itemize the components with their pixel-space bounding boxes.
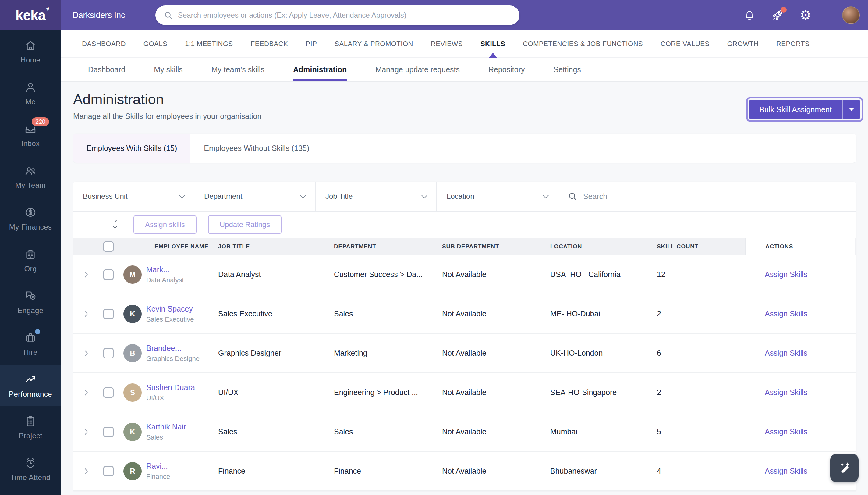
assign-skills-link[interactable]: Assign Skills <box>745 309 855 318</box>
tab-skills[interactable]: SKILLS <box>472 30 514 57</box>
notifications-bell-icon[interactable] <box>743 8 756 22</box>
tab-feedback[interactable]: FEEDBACK <box>242 30 297 57</box>
assign-skills-link[interactable]: Assign Skills <box>745 349 855 358</box>
sidebar-item-me[interactable]: Me <box>0 72 61 114</box>
cell-sub-department: Not Available <box>440 427 548 436</box>
sidebar-item-project[interactable]: Project <box>0 406 61 448</box>
alarm-clock-icon <box>24 456 37 470</box>
magic-wand-fab[interactable] <box>830 454 858 482</box>
location-filter[interactable]: Location <box>437 182 558 211</box>
subtab-manage-update-requests[interactable]: Manage update requests <box>361 57 474 81</box>
update-ratings-button[interactable]: Update Ratings <box>208 215 282 234</box>
employee-name-link[interactable]: Mark... <box>146 265 184 274</box>
subtab-repository[interactable]: Repository <box>474 57 539 81</box>
tab-employees-with-skills[interactable]: Employees With Skills (15) <box>73 134 191 163</box>
global-search-bar[interactable] <box>155 5 519 25</box>
tab-reviews[interactable]: REVIEWS <box>422 30 472 57</box>
tab-competencies-job-functions[interactable]: COMPETENCIES & JOB FUNCTIONS <box>514 30 652 57</box>
cell-sub-department: Not Available <box>440 309 548 318</box>
table-search[interactable] <box>558 182 856 211</box>
select-all-checkbox[interactable] <box>103 241 114 252</box>
subtab-my-teams-skills[interactable]: My team's skills <box>197 57 279 81</box>
bulk-skill-assignment-button[interactable]: Bulk Skill Assignment <box>749 100 842 119</box>
subtab-my-skills[interactable]: My skills <box>140 57 197 81</box>
sidebar-item-hire[interactable]: Hire <box>0 323 61 364</box>
tab-goals[interactable]: GOALS <box>135 30 176 57</box>
row-expand-chevron-icon[interactable] <box>82 349 91 358</box>
engage-chat-icon <box>24 289 37 303</box>
employee-name-link[interactable]: Brandee... <box>146 344 199 353</box>
hire-briefcase-icon <box>24 331 37 344</box>
row-expand-chevron-icon[interactable] <box>82 309 91 319</box>
assign-skills-button[interactable]: Assign skills <box>134 215 196 234</box>
assign-skills-link[interactable]: Assign Skills <box>745 427 855 436</box>
header-job-title: JOB TITLE <box>216 243 332 250</box>
main-column: DASHBOARD GOALS 1:1 MEETINGS FEEDBACK PI… <box>61 31 868 495</box>
header-employee-name: EMPLOYEE NAME <box>117 243 216 250</box>
row-expand-chevron-icon[interactable] <box>82 427 91 437</box>
employee-skill-tabs: Employees With Skills (15) Employees Wit… <box>73 134 856 163</box>
row-checkbox[interactable] <box>103 309 114 319</box>
subtab-dashboard[interactable]: Dashboard <box>74 57 140 81</box>
assign-skills-link[interactable]: Assign Skills <box>745 270 855 279</box>
job-title-filter[interactable]: Job Title <box>316 182 437 211</box>
row-checkbox[interactable] <box>103 348 114 358</box>
row-checkbox[interactable] <box>103 270 114 280</box>
subtab-settings[interactable]: Settings <box>539 57 595 81</box>
department-filter[interactable]: Department <box>194 182 316 211</box>
sidebar-item-engage[interactable]: Engage <box>0 281 61 323</box>
global-search-input[interactable] <box>178 11 512 19</box>
employees-table-card: Business Unit Department Job Title Locat… <box>73 182 856 491</box>
user-avatar[interactable] <box>842 6 860 24</box>
app-shell: Home Me 220 Inbox My Team My Finances Or… <box>0 31 868 495</box>
assign-skills-link[interactable]: Assign Skills <box>745 388 855 397</box>
tab-growth[interactable]: GROWTH <box>719 30 767 57</box>
header-location: LOCATION <box>548 243 655 250</box>
bulk-skill-assignment-dropdown-toggle[interactable] <box>842 100 861 119</box>
sidebar-item-performance[interactable]: Performance <box>0 364 61 406</box>
row-checkbox[interactable] <box>103 427 114 437</box>
tab-reports[interactable]: REPORTS <box>767 30 818 57</box>
business-unit-filter[interactable]: Business Unit <box>73 182 194 211</box>
tab-employees-without-skills[interactable]: Employees Without Skills (135) <box>191 134 323 163</box>
chevron-down-icon <box>421 192 427 199</box>
employee-name-link[interactable]: Karthik Nair <box>146 423 186 431</box>
cell-skill-count: 12 <box>655 270 745 279</box>
download-arrow-icon[interactable] <box>110 219 122 231</box>
employee-name-link[interactable]: Ravi... <box>146 462 170 471</box>
filters-row: Business Unit Department Job Title Locat… <box>73 182 856 211</box>
header-sub-department: SUB DEPARTMENT <box>440 243 548 250</box>
employee-avatar: R <box>123 462 142 480</box>
rocket-notification-dot <box>781 7 787 13</box>
sidebar-item-home[interactable]: Home <box>0 31 61 72</box>
sidebar-item-time-attend[interactable]: Time Attend <box>0 448 61 490</box>
keka-logo[interactable]: keka ✦ <box>0 0 61 31</box>
employee-name-link[interactable]: Sushen Duara <box>146 383 195 392</box>
row-expand-chevron-icon[interactable] <box>82 388 91 397</box>
tab-pip[interactable]: PIP <box>297 30 326 57</box>
row-expand-chevron-icon[interactable] <box>82 467 91 476</box>
subtab-administration[interactable]: Administration <box>279 57 361 81</box>
page-header: Administration Manage all the Skills for… <box>73 82 856 121</box>
sidebar-item-org[interactable]: Org <box>0 239 61 281</box>
tab-salary-promotion[interactable]: SALARY & PROMOTION <box>326 30 422 57</box>
tab-1-1-meetings[interactable]: 1:1 MEETINGS <box>176 30 242 57</box>
header-actions: ACTIONS <box>745 238 855 255</box>
cell-job-title: Sales Executive <box>216 309 332 318</box>
table-search-input[interactable] <box>583 192 847 201</box>
employee-role-subtitle: Data Analyst <box>146 276 184 284</box>
row-expand-chevron-icon[interactable] <box>82 270 91 279</box>
settings-gear-icon[interactable]: ⚙ <box>799 8 812 22</box>
tab-dashboard[interactable]: DASHBOARD <box>73 30 135 57</box>
whats-new-rocket-icon[interactable] <box>771 8 784 22</box>
cell-skill-count: 2 <box>655 309 745 318</box>
sidebar-item-my-team[interactable]: My Team <box>0 156 61 198</box>
row-checkbox[interactable] <box>103 388 114 398</box>
tab-core-values[interactable]: CORE VALUES <box>652 30 718 57</box>
sidebar-item-inbox[interactable]: 220 Inbox <box>0 114 61 156</box>
cell-job-title: Data Analyst <box>216 270 332 279</box>
sidebar-item-my-finances[interactable]: My Finances <box>0 198 61 239</box>
row-checkbox[interactable] <box>103 466 114 476</box>
employee-name-link[interactable]: Kevin Spacey <box>146 305 194 313</box>
header-skill-count: SKILL COUNT <box>655 243 745 250</box>
